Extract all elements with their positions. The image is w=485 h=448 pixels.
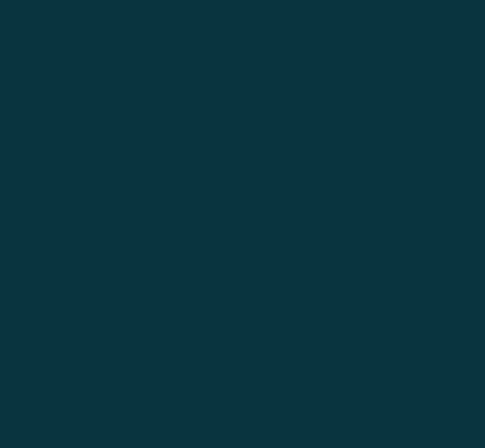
terminal[interactable] xyxy=(0,0,485,1)
